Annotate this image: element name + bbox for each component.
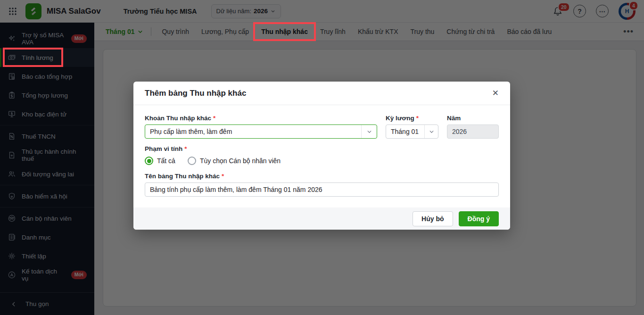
income-type-label: Khoản Thu nhập khác * — [145, 115, 377, 122]
label-text: Kỳ lương — [386, 115, 414, 122]
pay-period-label: Kỳ lương * — [386, 115, 438, 122]
required-marker: * — [222, 173, 224, 180]
modal-footer: Hủy bỏ Đồng ý — [133, 207, 510, 230]
scope-label: Phạm vi tính * — [145, 145, 499, 152]
year-label: Năm — [447, 115, 499, 122]
modal-body: Khoản Thu nhập khác * Phụ cấp làm thêm, … — [133, 105, 510, 207]
required-marker: * — [416, 115, 419, 122]
pay-period-value: Tháng 01 — [386, 125, 424, 138]
radio-selected-icon[interactable] — [145, 157, 153, 165]
field-row-top: Khoản Thu nhập khác * Phụ cấp làm thêm, … — [145, 115, 499, 139]
modal-header: Thêm bảng Thu nhập khác ✕ — [133, 82, 510, 105]
table-name-field: Tên bảng Thu nhập khác * — [145, 173, 499, 197]
radio-dot — [147, 159, 151, 163]
radio-unselected-icon[interactable] — [188, 157, 196, 165]
year-field: Năm — [447, 115, 499, 139]
pay-period-field: Kỳ lương * Tháng 01 — [386, 115, 438, 139]
required-marker: * — [184, 145, 187, 152]
scope-options: Tất cả Tùy chọn Cán bộ nhân viên — [145, 157, 499, 165]
label-text: Năm — [447, 115, 461, 122]
table-name-label: Tên bảng Thu nhập khác * — [145, 173, 499, 180]
add-other-income-modal: Thêm bảng Thu nhập khác ✕ Khoản Thu nhập… — [133, 82, 510, 230]
label-text: Tên bảng Thu nhập khác — [145, 173, 220, 180]
radio-option-custom[interactable]: Tùy chọn Cán bộ nhân viên — [188, 157, 281, 165]
income-type-combobox[interactable]: Phụ cấp làm thêm, làm đêm — [145, 124, 377, 139]
close-icon[interactable]: ✕ — [492, 89, 499, 97]
radio-option-all[interactable]: Tất cả — [145, 157, 175, 165]
modal-title: Thêm bảng Thu nhập khác — [145, 89, 246, 98]
radio-label: Tất cả — [157, 157, 175, 165]
chevron-down-icon[interactable] — [361, 125, 377, 138]
confirm-button[interactable]: Đồng ý — [459, 211, 499, 226]
label-text: Phạm vi tính — [145, 145, 182, 152]
label-text: Khoản Thu nhập khác — [145, 115, 211, 122]
pay-period-combobox[interactable]: Tháng 01 — [386, 124, 438, 139]
scope-field: Phạm vi tính * Tất cả Tùy chọn Cán bộ nh… — [145, 145, 499, 165]
income-type-field: Khoản Thu nhập khác * Phụ cấp làm thêm, … — [145, 115, 377, 139]
table-name-input[interactable] — [145, 182, 499, 197]
income-type-value: Phụ cấp làm thêm, làm đêm — [145, 125, 361, 138]
required-marker: * — [213, 115, 215, 122]
chevron-down-icon[interactable] — [424, 125, 438, 138]
year-input — [447, 124, 499, 139]
radio-label: Tùy chọn Cán bộ nhân viên — [200, 157, 281, 165]
cancel-button[interactable]: Hủy bỏ — [413, 211, 453, 226]
